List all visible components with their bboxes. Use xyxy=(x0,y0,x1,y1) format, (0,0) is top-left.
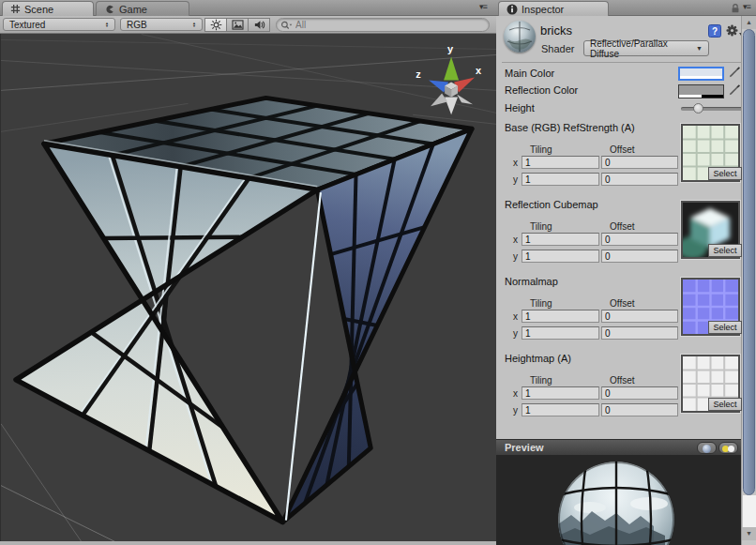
light-dot-white xyxy=(728,446,734,452)
eyedropper-icon[interactable] xyxy=(727,66,741,80)
lighting-toggle-button[interactable] xyxy=(204,18,227,32)
tiling-y-field[interactable] xyxy=(522,173,599,186)
audio-toggle-button[interactable] xyxy=(248,18,270,32)
gizmo-z-label: z xyxy=(416,68,421,80)
gizmo-axis-back-left[interactable] xyxy=(431,93,447,106)
shader-value: Reflective/Parallax Diffuse xyxy=(590,38,696,59)
offset-x-field[interactable] xyxy=(601,386,678,400)
color-channel-dropdown[interactable]: RGB ▲▼ xyxy=(120,18,203,31)
unity-editor-window: Scene Game ▾≡ Textured ▲▼ RGB ▲▼ xyxy=(0,0,756,545)
sun-icon xyxy=(210,19,222,31)
tiling-y-field[interactable] xyxy=(522,403,599,416)
inspector-panel-menu-icon[interactable]: ▾≡ xyxy=(743,2,750,11)
preview-header[interactable]: Preview xyxy=(496,439,741,455)
alpha-bar xyxy=(680,76,722,79)
scene-tabstrip: Scene Game ▾≡ xyxy=(0,0,496,16)
scene-search-field[interactable] xyxy=(276,18,490,32)
inspector-info-icon xyxy=(507,4,518,15)
select-button[interactable]: Select xyxy=(708,167,742,180)
render-paths-button[interactable] xyxy=(226,18,249,32)
tab-game-label: Game xyxy=(119,4,147,15)
tiling-x-field[interactable] xyxy=(522,156,599,169)
reflection-color-label: Reflection Color xyxy=(505,84,578,96)
gizmo-x-label: x xyxy=(476,65,482,76)
image-icon xyxy=(232,20,244,30)
alpha-bar-white xyxy=(679,95,702,98)
preview-sphere-button[interactable] xyxy=(697,442,717,454)
y-row-label: y xyxy=(513,405,518,416)
material-preview-area[interactable] xyxy=(496,455,741,545)
x-row-label: x xyxy=(513,388,518,399)
height-slider[interactable] xyxy=(681,107,743,111)
window-edge xyxy=(0,541,496,545)
gizmo-y-label: y xyxy=(447,43,454,54)
select-button[interactable]: Select xyxy=(708,398,742,411)
tiling-header: Tiling xyxy=(530,144,552,155)
height-label: Height xyxy=(505,102,535,114)
offset-y-field[interactable] xyxy=(601,250,678,263)
tab-inspector-label: Inspector xyxy=(522,4,564,15)
search-input[interactable] xyxy=(294,19,457,31)
gizmo-axis-back-right[interactable] xyxy=(457,94,473,104)
render-mode-dropdown[interactable]: Textured ▲▼ xyxy=(3,18,115,31)
help-icon[interactable]: ? xyxy=(708,24,721,38)
gizmo-axis-down[interactable] xyxy=(445,97,458,114)
textured-cube[interactable] xyxy=(16,98,472,522)
dropdown-arrows-icon: ▲▼ xyxy=(99,22,109,27)
height-slider-thumb[interactable] xyxy=(693,103,703,114)
divider xyxy=(502,62,741,63)
tiling-x-field[interactable] xyxy=(522,233,599,246)
lock-icon[interactable] xyxy=(730,3,741,14)
scene-panel-menu-icon[interactable]: ▾≡ xyxy=(479,2,487,11)
offset-x-field[interactable] xyxy=(601,233,678,246)
section-title: Heightmap (A) xyxy=(505,353,571,364)
offset-header: Offset xyxy=(610,298,635,309)
section-title: Base (RGB) RefStrength (A) xyxy=(505,122,635,133)
svg-text:?: ? xyxy=(712,26,718,37)
offset-y-field[interactable] xyxy=(601,326,678,340)
shader-dropdown[interactable]: Reflective/Parallax Diffuse ▼ xyxy=(583,40,709,56)
render-mode-value: Textured xyxy=(9,20,45,30)
preview-title: Preview xyxy=(505,442,544,453)
y-row-label: y xyxy=(513,251,518,262)
main-color-swatch[interactable] xyxy=(678,67,724,81)
y-row-label: y xyxy=(513,328,518,339)
tiling-x-field[interactable] xyxy=(522,310,599,323)
y-row-label: y xyxy=(513,174,518,185)
inspector-scrollbar[interactable]: ▲ ▼ xyxy=(741,16,756,545)
dropdown-arrow-icon: ▼ xyxy=(696,45,703,52)
preview-sphere xyxy=(496,455,741,545)
scrollbar-thumb[interactable] xyxy=(743,29,755,495)
scroll-up-arrow[interactable]: ▲ xyxy=(742,16,756,29)
offset-x-field[interactable] xyxy=(601,156,678,169)
alpha-bar-black xyxy=(702,95,724,98)
tab-game[interactable]: Game xyxy=(96,1,189,16)
offset-y-field[interactable] xyxy=(601,173,678,186)
select-button[interactable]: Select xyxy=(708,244,742,257)
scroll-down-arrow[interactable]: ▼ xyxy=(742,527,756,540)
material-sphere-thumbnail xyxy=(504,21,536,53)
main-color-label: Main Color xyxy=(505,68,554,79)
tiling-x-field[interactable] xyxy=(522,386,599,400)
tab-inspector[interactable]: Inspector xyxy=(498,1,609,16)
eyedropper-icon[interactable] xyxy=(727,83,741,98)
tiling-header: Tiling xyxy=(530,221,552,232)
select-button[interactable]: Select xyxy=(708,321,742,334)
tiling-y-field[interactable] xyxy=(522,326,599,340)
gizmo-y-axis[interactable] xyxy=(444,56,459,80)
scrollbar-track[interactable] xyxy=(743,495,756,527)
section-title: Reflection Cubemap xyxy=(505,199,598,210)
reflection-color-swatch[interactable] xyxy=(678,84,724,98)
scene-viewport[interactable]: y x z xyxy=(0,34,496,541)
tab-scene[interactable]: Scene xyxy=(2,1,94,16)
preview-lighting-button[interactable] xyxy=(718,442,738,454)
tiling-y-field[interactable] xyxy=(522,250,599,263)
offset-x-field[interactable] xyxy=(601,310,678,323)
offset-header: Offset xyxy=(610,375,635,386)
orientation-gizmo[interactable]: y x z xyxy=(416,43,482,114)
x-row-label: x xyxy=(513,311,518,322)
speaker-icon xyxy=(253,19,265,31)
section-title: Normalmap xyxy=(505,276,558,287)
material-sphere-lines xyxy=(504,21,536,53)
offset-y-field[interactable] xyxy=(601,403,678,416)
